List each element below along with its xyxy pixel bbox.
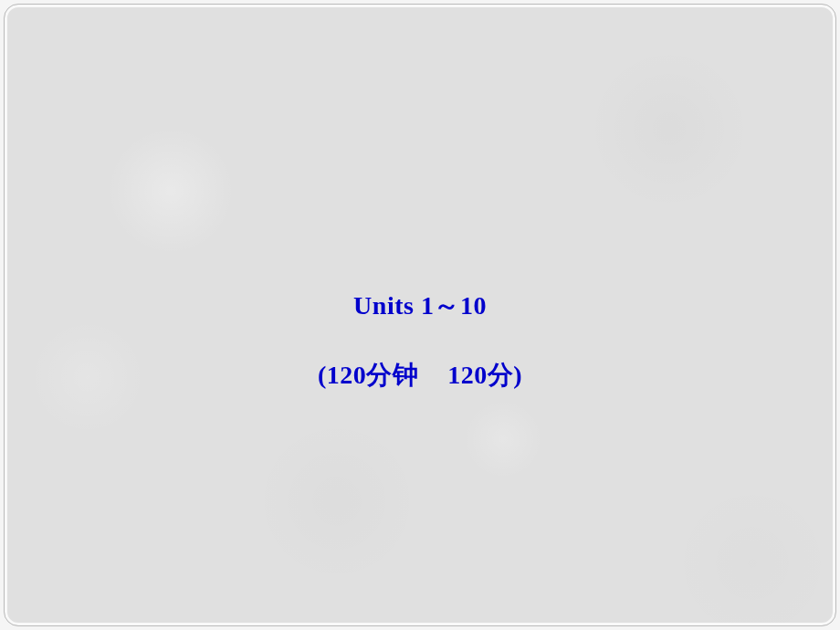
- slide-subtitle: (120分钟120分): [318, 358, 522, 393]
- slide-content: Units 1～10 (120分钟120分): [318, 289, 522, 393]
- subtitle-score: 120分): [447, 361, 522, 389]
- slide-container: Units 1～10 (120分钟120分): [4, 4, 836, 626]
- subtitle-duration: (120分钟: [318, 361, 418, 389]
- slide-title: Units 1～10: [318, 289, 522, 323]
